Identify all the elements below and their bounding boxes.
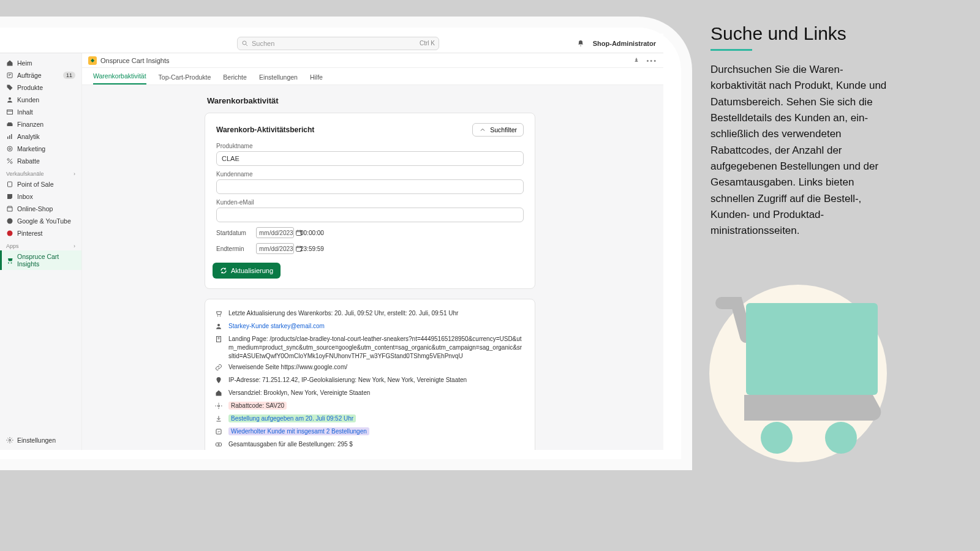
nav-home[interactable]: Heim [0,57,81,69]
global-search[interactable]: Suchen Ctrl K [237,37,439,50]
pin-icon[interactable] [633,57,640,64]
svg-point-21 [218,405,220,407]
svg-rect-5 [7,137,9,139]
info-heading: Suche und Links [710,23,894,44]
nav-finance[interactable]: Finanzen [0,118,81,130]
gear-icon [6,437,13,444]
tabbar: Warenkorbaktivität Top-Cart-Produkte Ber… [82,68,663,85]
gear-icon [215,402,224,412]
cart-icon [6,257,13,264]
coupon-badge: Rabattcode: SAV20 [228,402,287,410]
download-icon [215,414,224,425]
svg-line-12 [8,159,12,163]
page-title: Warenkorbaktivität [207,96,639,105]
search-filter-button[interactable]: Suchfilter [472,123,524,137]
nav-customers[interactable]: Kunden [0,94,81,106]
svg-point-16 [9,440,11,441]
channel-onlineshop[interactable]: Online-Shop [0,203,81,215]
percent-icon [6,157,13,165]
more-icon[interactable]: ••• [646,57,657,64]
chevron-right-icon[interactable]: › [74,243,75,249]
channel-google[interactable]: Google & YouTube [0,215,81,227]
pos-icon [6,181,13,188]
topbar: Suchen Ctrl K Shop-Administrator [0,34,663,53]
search-shortcut: Ctrl K [420,40,435,47]
svg-point-3 [9,97,11,100]
app-header: ◆ Onspruce Cart Insights ••• [82,53,663,68]
inbox-icon [6,193,13,200]
nav-settings[interactable]: Einstellungen [0,434,81,446]
tab-help[interactable]: Hilfe [310,73,323,84]
apps-header: Apps› [0,239,81,250]
start-date-input[interactable]: mm/dd/2023 [256,227,294,238]
end-date-row: Endtermin mm/dd/2023 23:59:59 [216,243,524,254]
pinterest-icon [6,230,13,237]
app-onspruce[interactable]: Onspruce Cart Insights [0,250,81,270]
nav-orders[interactable]: Aufträge11 [0,69,81,81]
svg-point-11 [10,162,12,163]
referrer-text: Verweisende Seite https://www.google.com… [228,363,525,372]
last-update-text: Letzte Aktualisierung des Warenkorbs: 20… [228,309,525,318]
tag-icon [6,84,13,91]
money-icon [215,440,224,450]
tab-activity[interactable]: Warenkorbaktivität [93,72,146,84]
start-time[interactable]: 00:00:00 [300,230,324,236]
svg-point-28 [761,422,793,454]
nav-content[interactable]: Inhalt [0,106,81,118]
channel-pos[interactable]: Point of Sale [0,178,81,190]
admin-menu[interactable]: Shop-Administrator [593,40,656,47]
svg-point-8 [7,146,12,151]
end-time[interactable]: 23:59:59 [300,246,324,252]
update-button[interactable]: Aktualisierung [213,263,281,279]
svg-point-14 [7,219,13,224]
tab-reports[interactable]: Berichte [223,73,247,84]
email-label: Kunden-eMail [216,199,524,206]
repeat-icon [215,427,224,438]
svg-rect-13 [8,182,12,187]
chevron-up-icon [479,126,486,133]
channels-header: Verkaufskanäle› [0,167,81,178]
customer-input[interactable] [216,179,524,194]
svg-rect-27 [746,303,878,395]
search-icon [241,40,249,47]
user-icon [6,96,13,103]
nav-analytics[interactable]: Analytik [0,130,81,143]
chevron-right-icon[interactable]: › [74,171,75,177]
tab-topcart[interactable]: Top-Cart-Produkte [159,73,211,84]
customer-link[interactable]: Starkey-Kunde starkey@email.com [228,322,525,331]
channel-inbox[interactable]: Inbox [0,190,81,203]
ship-text: Versandziel: Brooklyn, New York, Vereini… [228,389,525,397]
landing-text: Landing Page: /products/clae-bradley-ton… [228,335,525,361]
google-icon [6,217,13,225]
user-icon [215,322,224,332]
order-link[interactable]: Bestellung aufgegeben am 20. Juli 09:52 … [228,414,356,422]
bell-icon[interactable] [577,40,584,47]
svg-point-19 [217,324,220,326]
finance-icon [6,121,13,128]
svg-point-24 [218,444,219,445]
channel-pinterest[interactable]: Pinterest [0,227,81,239]
report-title: Warenkorb-Aktivitätsbericht [216,126,314,134]
heading-underline [710,49,752,51]
svg-line-1 [246,44,248,46]
repeat-link[interactable]: Wiederholter Kunde mit insgesamt 2 Beste… [228,427,369,435]
info-body: Durchsuchen Sie die Waren­korbaktivität … [710,62,894,239]
svg-point-15 [7,231,13,236]
email-input[interactable] [216,208,524,222]
svg-point-9 [9,148,11,150]
nav-discounts[interactable]: Rabatte [0,155,81,167]
customer-label: Kundenname [216,171,524,178]
product-input[interactable] [216,151,524,166]
ip-text: IP-Adresse: 71.251.12.42, IP-Geolokalisi… [228,376,525,384]
nav-products[interactable]: Produkte [0,81,81,94]
end-date-input[interactable]: mm/dd/2023 [256,243,294,254]
app-title: Onspruce Cart Insights [100,57,170,64]
end-date-label: Endtermin [216,246,250,252]
cart-illustration [709,279,893,462]
nav-marketing[interactable]: Marketing [0,143,81,155]
svg-point-29 [825,422,857,454]
link-icon [215,363,224,373]
filter-card: Warenkorb-Aktivitätsbericht Suchfilter P… [205,113,535,289]
spend-text: Gesamtausgaben für alle Bestellungen: 29… [228,440,525,449]
tab-settings[interactable]: Einstellungen [259,73,298,84]
